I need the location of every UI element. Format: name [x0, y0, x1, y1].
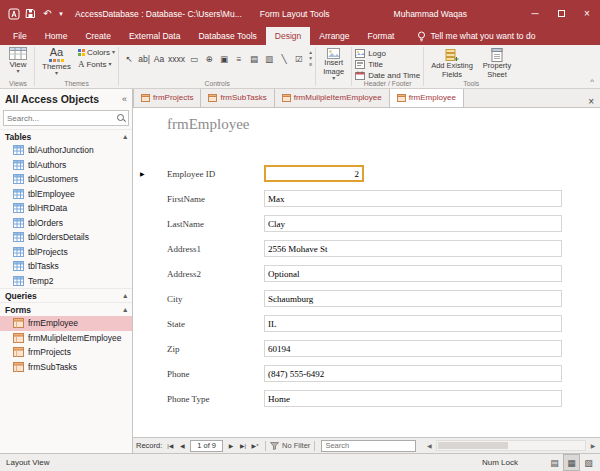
filter-indicator[interactable]: No Filter [270, 441, 310, 450]
ribbon-tab[interactable]: External Data [120, 27, 190, 45]
nav-item-table[interactable]: tblOrdersDetails [0, 230, 132, 245]
nav-item-table[interactable]: tblTasks [0, 259, 132, 274]
field-value-box[interactable]: Home [264, 390, 562, 407]
nav-item-form[interactable]: frmProjects [0, 345, 132, 360]
ribbon-tab[interactable]: Create [76, 27, 120, 45]
tell-me-box[interactable]: Tell me what you want to do [417, 27, 535, 45]
ribbon-tab[interactable]: Format [359, 27, 404, 45]
save-icon[interactable] [22, 5, 39, 22]
controls-gallery-scrollbar[interactable]: ▴ ▾ ≡ [309, 46, 312, 67]
colors-button[interactable]: Colors ▾ [78, 48, 115, 57]
previous-record-button[interactable]: ◀ [176, 442, 188, 449]
label-icon[interactable]: Aa [152, 50, 166, 68]
themes-button[interactable]: Aa Themes ▾ [38, 46, 75, 77]
collapse-ribbon-icon[interactable]: ^ [590, 77, 594, 86]
nav-item-form[interactable]: frmMulipleItemEmployee [0, 331, 132, 346]
last-record-button[interactable]: ▶| [237, 442, 249, 449]
insert-image-button[interactable]: Insert Image ▾ [319, 46, 348, 83]
ribbon-tab[interactable]: Database Tools [189, 27, 265, 45]
view-button[interactable]: View ▾ [5, 46, 31, 75]
undo-icon[interactable]: ↶ [39, 5, 56, 22]
search-icon[interactable] [116, 113, 126, 123]
field-label[interactable]: City [167, 294, 264, 304]
select-pointer-icon[interactable]: ↖ [122, 50, 136, 68]
logo-button[interactable]: Logo [355, 49, 386, 58]
form-view-button[interactable]: ▤ [546, 454, 563, 471]
field-value-box[interactable]: Schaumburg [264, 290, 562, 307]
record-position-box[interactable]: 1 of 9 [190, 440, 223, 452]
scrollbar-track[interactable] [436, 440, 586, 451]
line-icon[interactable]: ╲ [277, 50, 291, 68]
field-value-box[interactable]: Optional [264, 265, 562, 282]
field-label[interactable]: Employee ID [167, 169, 264, 179]
field-label[interactable]: LastName [167, 219, 264, 229]
ribbon-tab[interactable]: Arrange [310, 27, 358, 45]
nav-item-table[interactable]: Temp2 [0, 274, 132, 289]
property-sheet-button[interactable]: Property Sheet [479, 46, 515, 81]
minimize-button[interactable]: ─ [522, 0, 548, 27]
field-value-box[interactable]: 60194 [264, 340, 562, 357]
web-browser-control-icon[interactable]: ▣ [217, 50, 231, 68]
nav-item-table[interactable]: tblHRData [0, 201, 132, 216]
document-tab[interactable]: frmSubTasks [201, 88, 274, 107]
text-box-icon[interactable]: ab| [137, 50, 151, 68]
nav-item-form[interactable]: frmSubTasks [0, 360, 132, 375]
field-label[interactable]: Phone [167, 369, 264, 379]
fonts-button[interactable]: A Fonts ▾ [78, 59, 115, 69]
section-header-tables[interactable]: Tables ▴ [0, 129, 132, 143]
document-tab[interactable]: frmMulipleItemEmployee [275, 88, 390, 107]
layout-view-button[interactable]: ▦ [563, 454, 580, 471]
field-value-box[interactable]: Max [264, 190, 562, 207]
nav-item-table[interactable]: tblProjects [0, 245, 132, 260]
combo-box-icon[interactable]: ▤ [247, 50, 261, 68]
nav-item-table[interactable]: tblCustomers [0, 172, 132, 187]
navigation-control-icon[interactable]: ≡ [232, 50, 246, 68]
field-value-box[interactable]: (847) 555-6492 [264, 365, 562, 382]
hyperlink-icon[interactable]: ⊕ [202, 50, 216, 68]
nav-item-table[interactable]: tblEmployee [0, 187, 132, 202]
field-label[interactable]: State [167, 319, 264, 329]
ribbon-tab[interactable]: Design [266, 27, 310, 45]
ribbon-tab[interactable]: Home [36, 27, 77, 45]
field-label[interactable]: Address2 [167, 269, 264, 279]
first-record-button[interactable]: |◀ [164, 442, 176, 449]
field-value-box[interactable]: IL [264, 315, 562, 332]
check-box-icon[interactable]: ☑ [292, 50, 306, 68]
title-button[interactable]: Title [355, 60, 383, 69]
close-document-icon[interactable]: × [582, 96, 600, 107]
chart-icon[interactable]: ▥ [262, 50, 276, 68]
date-time-button[interactable]: Date and Time [355, 71, 420, 80]
maximize-button[interactable] [548, 0, 574, 27]
section-header-queries[interactable]: Queries ▴ [0, 288, 132, 302]
record-selector-icon[interactable]: ▶ [140, 170, 145, 177]
new-record-button[interactable]: ▶* [249, 442, 261, 449]
gallery-more-icon[interactable]: ≡ [309, 61, 312, 67]
next-record-button[interactable]: ▶ [225, 442, 237, 449]
nav-item-table[interactable]: tblOrders [0, 216, 132, 231]
tab-control-icon[interactable]: ▭ [187, 50, 201, 68]
field-label[interactable]: FirstName [167, 194, 264, 204]
form-header-title[interactable]: frmEmployee [167, 116, 249, 133]
field-value-box[interactable]: 2 [264, 165, 364, 182]
button-icon[interactable]: xxxx [167, 50, 186, 68]
user-account[interactable]: Muhammad Waqas [394, 9, 467, 19]
field-label[interactable]: Zip [167, 344, 264, 354]
record-search-input[interactable] [321, 440, 416, 452]
scrollbar-thumb[interactable] [438, 442, 508, 449]
close-button[interactable]: × [574, 0, 600, 27]
field-value-box[interactable]: 2556 Mohave St [264, 240, 562, 257]
document-tab[interactable]: frmProjects [133, 88, 201, 107]
add-existing-fields-button[interactable]: Add Existing Fields [427, 46, 477, 81]
scroll-left-icon[interactable]: ◀ [422, 442, 436, 449]
scroll-right-icon[interactable]: ▶ [586, 442, 600, 449]
app-icon[interactable] [5, 5, 22, 22]
nav-item-table[interactable]: tblAuthors [0, 158, 132, 173]
horizontal-scrollbar[interactable]: ◀ ▶ [422, 438, 600, 454]
search-input[interactable] [4, 114, 116, 123]
nav-item-form[interactable]: frmEmployee [0, 316, 132, 331]
qat-dropdown-icon[interactable]: ▾ [56, 5, 66, 22]
field-value-box[interactable]: Clay [264, 215, 562, 232]
document-tab[interactable]: frmEmployee [390, 88, 464, 107]
design-view-button[interactable]: ▧ [580, 454, 597, 471]
ribbon-tab[interactable]: File [4, 27, 36, 45]
